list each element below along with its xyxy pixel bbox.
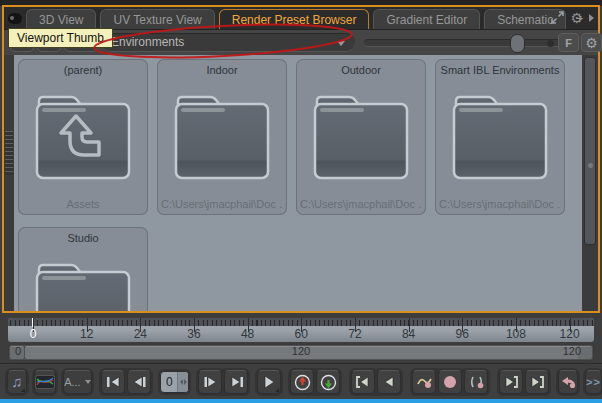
key-down-button[interactable] (316, 370, 340, 394)
modo-render-preset-browser-window: 3D View UV Texture View Render Preset Br… (0, 0, 602, 403)
tab-3d-view[interactable]: 3D View (26, 9, 96, 29)
previous-key-button[interactable] (377, 370, 401, 394)
folder-icon (170, 89, 274, 185)
grip-ridges (5, 131, 13, 175)
preset-folder-tile[interactable]: Smart IBL Environments C:\Users\jmacphai… (435, 59, 565, 215)
preset-category-value: Environments (111, 35, 184, 49)
chevron-down-icon (337, 41, 345, 46)
first-key-button[interactable] (351, 370, 375, 394)
next-key-button[interactable] (499, 370, 523, 394)
tab-render-preset-browser[interactable]: Render Preset Browser (219, 9, 370, 29)
range-end-label: 120 (563, 345, 581, 358)
gear-icon[interactable]: ⚙ (581, 33, 602, 52)
key-up-button[interactable] (290, 370, 314, 394)
graph-editor-button[interactable] (34, 370, 56, 394)
forward-group (196, 368, 250, 396)
viewport-thumb-tooltip: Viewport Thumb (8, 28, 113, 48)
step-forward-icon (203, 376, 218, 388)
next-key-group (497, 368, 551, 396)
timeline-ruler[interactable]: 01224364860728496108120 (8, 318, 594, 342)
transport-toolbar: ♫ A... 0 (0, 363, 602, 400)
tile-title: Smart IBL Environments (435, 64, 565, 76)
skip-to-end-icon (229, 376, 244, 388)
ruler-frame-label: 108 (506, 327, 526, 341)
frame-spinner[interactable] (177, 372, 188, 392)
pink-back-arrow-icon (560, 375, 577, 389)
next-frame-button[interactable] (198, 370, 222, 394)
green-down-arrow-circle-icon (320, 374, 337, 391)
viewport-tab-bar: 3D View UV Texture View Render Preset Br… (4, 7, 598, 29)
gear-icon[interactable]: ⚙ (570, 12, 583, 24)
ruler-frame-label: 96 (456, 327, 469, 341)
go-to-start-button[interactable] (101, 370, 125, 394)
viewport-thumb-widget[interactable] (8, 13, 22, 24)
tile-title: (parent) (18, 64, 148, 76)
previous-key-icon (382, 376, 396, 388)
chevron-right-icon[interactable] (589, 14, 594, 22)
panel-grip-strip[interactable] (4, 55, 14, 311)
previous-frame-button[interactable] (127, 370, 151, 394)
preset-folder-tile[interactable]: (parent) Assets (18, 59, 148, 215)
current-frame-field[interactable]: 0 (160, 371, 189, 393)
slider-handle[interactable] (510, 34, 525, 53)
music-note-icon: ♫ (11, 375, 22, 389)
vertical-scrollbar[interactable] (582, 55, 598, 311)
play-icon (262, 375, 276, 389)
folder-icon (309, 89, 413, 185)
tab-uv-texture-view[interactable]: UV Texture View (100, 9, 214, 29)
step-back-icon (132, 376, 147, 388)
preset-category-dropdown[interactable]: Environments (101, 33, 355, 52)
timeline-range-bar[interactable]: 0 120 120 (8, 344, 594, 361)
preset-folder-tile[interactable]: Studio (18, 227, 148, 311)
preset-folder-tile[interactable]: Outdoor C:\Users\jmacphail\Doc ... (296, 59, 426, 215)
scrollbar-thumb[interactable] (584, 57, 596, 245)
rewind-group (99, 368, 153, 396)
ruler-frame-label: 48 (241, 327, 254, 341)
chevron-down-icon (85, 380, 91, 384)
scrollbar-grip-dot (588, 163, 593, 168)
current-frame-value: 0 (161, 372, 177, 392)
tab-gradient-editor[interactable]: Gradient Editor (373, 9, 480, 29)
last-key-icon (529, 376, 545, 388)
render-preset-browser-panel: 3D View UV Texture View Render Preset Br… (2, 5, 600, 313)
more-actions-button[interactable]: >> (585, 370, 602, 394)
preset-browser-content: (parent) Assets Indoor (4, 55, 598, 311)
ruler-frame-label: 0 (30, 327, 37, 341)
skip-to-start-icon (106, 376, 121, 388)
audio-button[interactable]: ♫ (7, 370, 27, 394)
tile-path-caption: Assets (22, 198, 144, 210)
red-up-arrow-circle-icon (294, 374, 311, 391)
preset-folder-tile[interactable]: Indoor C:\Users\jmacphail\Doc ... (157, 59, 287, 215)
popup-notch (21, 388, 25, 392)
thumbnail-size-slider[interactable] (364, 39, 574, 47)
ruler-frame-label: 36 (187, 327, 200, 341)
timeline: 01224364860728496108120 0 120 120 (0, 315, 602, 363)
filter-button[interactable]: F (558, 33, 579, 52)
tile-path-caption: C:\Users\jmacphail\Doc ... (439, 198, 561, 210)
last-key-button[interactable] (525, 370, 549, 394)
action-dropdown[interactable]: A... (63, 370, 92, 394)
next-key-icon (503, 376, 519, 388)
tile-title: Outdoor (296, 64, 426, 76)
tile-path-caption: C:\Users\jmacphail\Doc ... (300, 198, 422, 210)
expand-arrows-icon[interactable] (551, 11, 564, 24)
folder-icon (31, 89, 135, 185)
slider-reset-dot[interactable] (547, 40, 554, 47)
ruler-frame-label: 60 (295, 327, 308, 341)
play-button[interactable] (257, 370, 281, 394)
remove-key-button[interactable] (558, 370, 578, 394)
keying-group (410, 368, 490, 396)
key-dot-icon (443, 375, 457, 389)
action-dropdown-label: A... (64, 376, 81, 388)
graph-curves-icon (35, 375, 55, 389)
range-mid-label: 120 (292, 345, 310, 358)
key-options-button[interactable] (464, 370, 488, 394)
first-key-icon (355, 376, 371, 388)
auto-key-button[interactable] (412, 370, 436, 394)
tile-grid: (parent) Assets Indoor (14, 55, 582, 311)
tile-path-caption: C:\Users\jmacphail\Doc ... (161, 198, 283, 210)
go-to-end-button[interactable] (224, 370, 248, 394)
add-key-button[interactable] (438, 370, 462, 394)
tile-title: Indoor (157, 64, 287, 76)
key-brackets-icon (468, 375, 485, 389)
